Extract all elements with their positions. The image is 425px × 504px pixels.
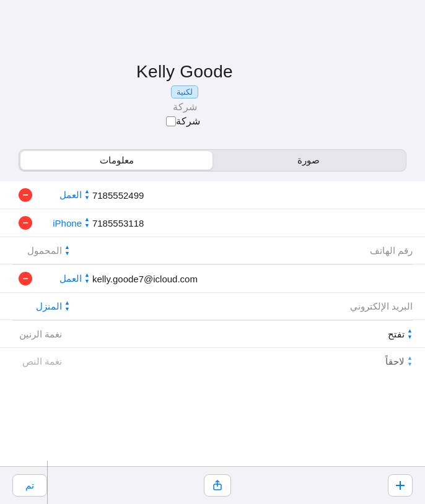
email-row-2: المنزل ▲▼ البريد الإلكتروني xyxy=(0,293,425,320)
phone-1-type[interactable]: العمل xyxy=(32,189,82,201)
email-1-value[interactable]: kelly.goode7@icloud.com xyxy=(92,274,413,284)
phone-row-2: − iPhone ▲▼ 7185553118 xyxy=(0,209,425,237)
contact-edit-screen: Kelly Goode لكنية شركة شركة معلومات صورة… xyxy=(0,0,425,504)
phone-row-3: المحمول ▲▼ رقم الهاتف xyxy=(0,237,425,264)
email-row-1: − العمل ▲▼ kelly.goode7@icloud.com xyxy=(0,265,425,293)
phone-2-stepper[interactable]: ▲▼ xyxy=(84,217,90,229)
company-row: شركة xyxy=(166,115,204,127)
email-1-type[interactable]: العمل xyxy=(32,273,82,284)
ringtone2-label: نغمة النص xyxy=(12,356,62,367)
company-placeholder[interactable]: شركة xyxy=(173,101,197,113)
company-checkbox-label: شركة xyxy=(176,115,200,127)
share-button[interactable] xyxy=(204,474,231,497)
ringtone-row: نغمة الرنين تفتح ▲▼ xyxy=(0,321,425,348)
ringtone2-stepper[interactable]: ▲▼ xyxy=(407,355,413,368)
info-list: − العمل ▲▼ 7185552499 − iPhone ▲▼ 718555… xyxy=(0,181,425,466)
remove-phone-2-button[interactable]: − xyxy=(19,216,32,230)
tab-photo[interactable]: صورة xyxy=(212,151,405,170)
share-icon xyxy=(212,480,223,491)
phone-2-value[interactable]: 7185553118 xyxy=(92,218,413,228)
done-button[interactable]: تم xyxy=(12,474,47,497)
email-2-type[interactable]: المنزل xyxy=(12,301,62,312)
nickname-badge[interactable]: لكنية xyxy=(171,85,198,98)
segmented-control: معلومات صورة xyxy=(19,149,406,172)
company-checkbox[interactable] xyxy=(166,116,176,126)
remove-email-1-button[interactable]: − xyxy=(19,272,32,285)
phone-3-stepper[interactable]: ▲▼ xyxy=(64,245,70,257)
phone-3-type[interactable]: المحمول xyxy=(12,245,62,256)
phone-3-value[interactable]: رقم الهاتف xyxy=(72,245,413,256)
email-2-value[interactable]: البريد الإلكتروني xyxy=(72,301,413,312)
phone-row-1: − العمل ▲▼ 7185552499 xyxy=(0,181,425,209)
tab-info[interactable]: معلومات xyxy=(20,151,212,170)
bottom-indicator-line xyxy=(47,461,48,504)
phone-1-value[interactable]: 7185552499 xyxy=(92,190,413,201)
ringtone2-row: نغمة النص لاحقاً ▲▼ xyxy=(0,348,425,375)
contact-header: Kelly Goode لكنية شركة شركة xyxy=(0,0,425,139)
email-1-stepper[interactable]: ▲▼ xyxy=(84,272,90,285)
ringtone2-value[interactable]: لاحقاً xyxy=(234,356,405,367)
ringtone-stepper[interactable]: ▲▼ xyxy=(407,328,413,341)
phone-2-type[interactable]: iPhone xyxy=(32,218,82,228)
ringtone-label: نغمة الرنين xyxy=(12,329,62,340)
plus-icon xyxy=(395,480,406,491)
phone-1-stepper[interactable]: ▲▼ xyxy=(84,189,90,201)
remove-phone-1-button[interactable]: − xyxy=(19,188,32,202)
add-button[interactable] xyxy=(388,474,413,497)
email-2-stepper[interactable]: ▲▼ xyxy=(64,300,70,313)
contact-name[interactable]: Kelly Goode xyxy=(136,62,233,82)
toolbar: تم xyxy=(0,466,425,504)
ringtone-value[interactable]: تفتح xyxy=(234,329,405,340)
